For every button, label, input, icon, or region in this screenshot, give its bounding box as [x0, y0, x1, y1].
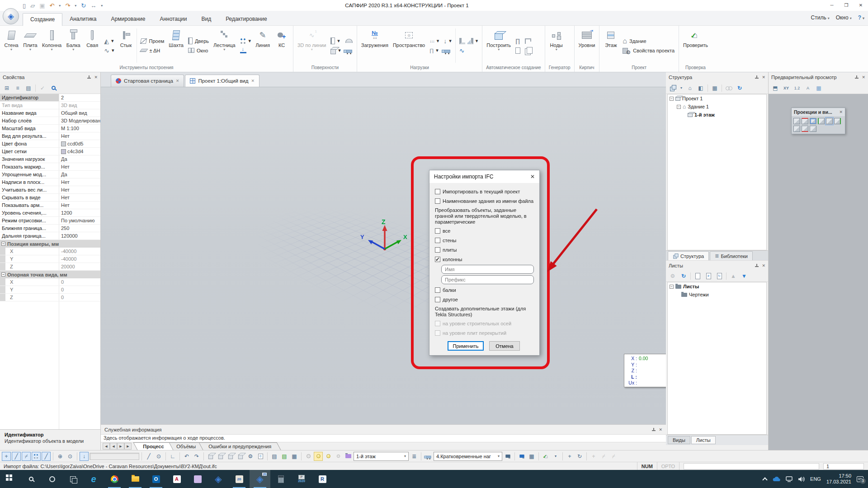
stairs-button[interactable]: Лестница▾ — [211, 27, 238, 65]
volume-icon[interactable] — [798, 476, 805, 482]
orto-indicator[interactable]: ОРТО — [657, 462, 679, 470]
close-tab-icon[interactable]: ✕ — [251, 79, 255, 83]
property-row[interactable]: Упрощенные мод... Да — [0, 171, 100, 178]
snap-nearest-button[interactable]: ╱ — [42, 452, 51, 461]
project-2020-app[interactable]: P2020 — [291, 470, 312, 488]
style-menu[interactable]: Стиль▾ — [811, 14, 830, 21]
start-button[interactable] — [0, 470, 21, 488]
tree-item-floor[interactable]: 1-й этаж — [668, 111, 766, 119]
property-row[interactable]: Название вида Общий вид — [0, 109, 100, 117]
loadcases-button[interactable]: №↓↓↓Загружения — [359, 27, 391, 65]
shaft-button[interactable]: Шахта — [166, 27, 186, 65]
tree-item-project[interactable]: −Проект 1 — [668, 94, 766, 103]
unlock-object-button[interactable]: ⊙ — [66, 452, 75, 461]
view-front-icon[interactable] — [810, 118, 816, 124]
crane-button[interactable] — [525, 37, 532, 45]
pin-icon[interactable] — [854, 75, 859, 80]
layer-filter-caret-icon[interactable]: ▾ — [679, 84, 683, 92]
refresh-icon[interactable]: ↻ — [736, 84, 744, 92]
pin-icon[interactable] — [87, 75, 91, 80]
network-icon[interactable] — [786, 476, 793, 482]
snap-endpoint-button[interactable]: ╱ — [12, 452, 21, 461]
auto-docs-button[interactable] — [525, 47, 532, 54]
surface-cube-button[interactable]: ▾ — [330, 47, 341, 54]
load-truck-button[interactable] — [424, 452, 433, 461]
add-grid-icon[interactable]: ▦ — [711, 84, 719, 92]
property-row[interactable]: Набор слоёв 3D Моделирование — [0, 117, 100, 125]
snap-nodes-button[interactable] — [32, 452, 41, 461]
grid-display-button[interactable]: ▦ — [290, 452, 299, 461]
pile-button[interactable]: Свая — [83, 27, 102, 65]
checkbox-box[interactable] — [435, 228, 440, 234]
3d-by-line-button[interactable]: ∿3D по линии▾ — [295, 27, 328, 65]
joint-button[interactable]: Стык — [116, 27, 135, 65]
move-down-icon[interactable]: ▼ — [740, 272, 748, 280]
view-zero-button[interactable]: 0 — [256, 452, 265, 461]
property-row[interactable]: Вид для результа... Нет — [0, 132, 100, 140]
view-back-icon[interactable] — [793, 126, 800, 132]
view-cube-3-button[interactable] — [226, 452, 235, 461]
help-menu[interactable]: ?▾ — [858, 14, 864, 21]
lira-2020-app[interactable]: 20 — [229, 470, 250, 488]
pin-icon[interactable] — [651, 427, 656, 432]
preview-cube-icon[interactable]: ⬒ — [771, 84, 779, 92]
ucs-y-button[interactable]: ↷ — [192, 452, 201, 461]
view-left-icon[interactable] — [818, 118, 825, 124]
bulb-off-button[interactable] — [304, 452, 313, 461]
dialog-title-bar[interactable]: Настройки импорта IFC ✕ — [429, 170, 539, 183]
retaining-wall-button[interactable]: ▾ — [459, 37, 478, 45]
layer-filter-icon[interactable] — [669, 84, 677, 92]
tab-structure[interactable]: Структура — [668, 251, 709, 260]
opening-button[interactable]: Проем — [141, 37, 164, 45]
autocad-app[interactable]: A — [166, 470, 187, 488]
property-row[interactable]: Ближняя граница... 250 — [0, 225, 100, 232]
delta-h-button[interactable]: ± ΔН — [141, 47, 164, 54]
collapse-icon[interactable]: − — [670, 285, 674, 289]
new-sheet-icon[interactable] — [693, 272, 702, 280]
info-tab[interactable]: Ошибки и предупреждения — [199, 442, 281, 450]
prefix-input[interactable] — [441, 275, 534, 284]
snap-grid-button[interactable]: + — [2, 452, 11, 461]
collapse-icon[interactable]: − — [677, 105, 681, 109]
property-row[interactable]: X -40000 — [0, 248, 100, 255]
cancel-button[interactable]: Отмена — [489, 341, 520, 351]
home-icon[interactable]: ⌂ — [686, 84, 694, 92]
bulb-on-button[interactable] — [314, 452, 323, 461]
checkbox-box[interactable] — [435, 238, 440, 243]
close-icon[interactable]: ✕ — [762, 75, 765, 80]
surface-door-button[interactable]: ▾ — [330, 37, 341, 45]
language-indicator[interactable]: ENG — [810, 476, 821, 482]
name-input[interactable] — [441, 265, 534, 274]
property-row[interactable]: Скрывать в виде Нет — [0, 194, 100, 202]
checkbox-box[interactable] — [435, 198, 440, 204]
property-row[interactable]: Значения нагрузок Да — [0, 155, 100, 163]
distributed-load-button[interactable]: ↓↓↓▾ — [429, 37, 439, 45]
property-row[interactable]: X 0 — [0, 278, 100, 286]
beam-button[interactable]: Балка▾ — [64, 27, 83, 65]
apply-check-icon[interactable]: ✓ — [38, 84, 47, 92]
property-row[interactable]: Надписи в плоск... Нет — [0, 178, 100, 186]
dimension-12-icon[interactable]: 1.2 — [793, 84, 801, 92]
project-properties-button[interactable]: Свойства проекта — [623, 47, 675, 54]
dialog-checkbox[interactable]: другое — [435, 296, 534, 303]
property-row[interactable]: Z 20000 — [0, 263, 100, 271]
dimension-a-icon[interactable]: A — [804, 84, 812, 92]
checked-view-icon[interactable]: ▤ — [24, 84, 33, 92]
collapse-icon[interactable]: − — [1, 242, 5, 246]
tab-sheets[interactable]: Листы — [691, 436, 716, 444]
maximize-button[interactable]: ❐ — [839, 0, 854, 10]
dialog-checkbox[interactable]: Наименование здания из имени файла — [435, 197, 534, 205]
tree-item-sheets-root[interactable]: −Листы — [668, 282, 766, 291]
sapfir-app[interactable]: ◈ — [208, 470, 229, 488]
viewport-3d[interactable]: Z X Y Настройки импорта IFC ✕ Импортиров… — [101, 87, 666, 424]
strip-load-button[interactable]: ∏▾ — [429, 47, 439, 54]
tab-libraries[interactable]: ≣Библиотеки — [710, 251, 753, 260]
first-tab-icon[interactable]: ◀ — [103, 443, 110, 450]
slab-button[interactable]: Плита▾ — [21, 27, 40, 65]
property-row[interactable]: Цвет фона ccd0d5 — [0, 140, 100, 148]
palette-header[interactable]: Проекции и ви... ✕ — [792, 108, 845, 116]
numbered-sheet-icon[interactable]: # — [704, 272, 712, 280]
close-button[interactable]: ✕ — [854, 0, 868, 10]
onedrive-icon[interactable] — [772, 476, 780, 482]
checkbox-box[interactable] — [435, 189, 440, 194]
